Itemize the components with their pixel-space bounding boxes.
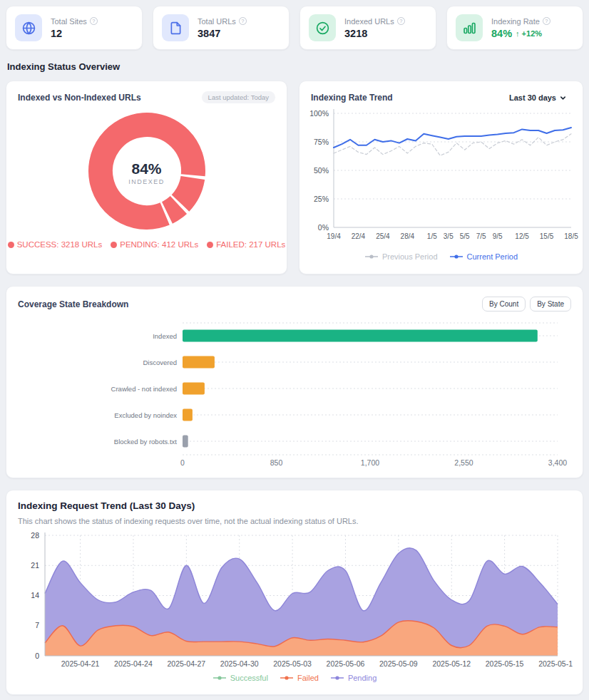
request-trend-chart: 282114702025-04-212025-04-242025-04-2720… — [18, 528, 573, 669]
stat-delta: ↑ +12% — [516, 29, 542, 38]
document-icon — [162, 14, 189, 41]
overview-row: Indexed vs Non-Indexed URLs Last updated… — [6, 81, 583, 274]
donut-slice-failed — [167, 205, 178, 212]
x-tick-label: 2025-05-18 — [538, 659, 573, 668]
stat-value-text: 12 — [51, 28, 62, 39]
card-header: Coverage State Breakdown By CountBy Stat… — [6, 287, 583, 312]
stat-value-text: 3218 — [344, 28, 367, 39]
indexing-rate-trend-card: Indexing Rate Trend Last 30 days 100%75%… — [299, 81, 583, 274]
stat-value: 12 — [51, 28, 98, 39]
legend-line-marker-icon — [364, 253, 379, 260]
x-tick-label: 12/5 — [515, 232, 529, 240]
x-tick-label: 1,700 — [361, 458, 379, 467]
bar-crawled-not-indexed — [183, 383, 205, 395]
stat-label-text: Total Sites — [51, 17, 87, 26]
date-range-label: Last 30 days — [509, 93, 556, 102]
coverage-bar-chart: IndexedDiscoveredCrawled - not indexedEx… — [18, 317, 573, 473]
legend-label: Failed — [297, 674, 319, 682]
stat-label-text: Total URLs — [198, 17, 236, 26]
y-tick-label: 21 — [31, 561, 39, 570]
bar-category-label: Discovered — [143, 359, 177, 366]
stat-body: Indexing Rate?84%↑ +12% — [491, 17, 550, 39]
legend-dot-icon — [8, 242, 14, 248]
rate-trend-legend: Previous PeriodCurrent Period — [299, 252, 583, 261]
x-tick-label: 3,400 — [548, 458, 567, 467]
legend-item: Successful — [212, 674, 268, 682]
x-tick-label: 2025-05-12 — [432, 659, 471, 668]
date-range-dropdown[interactable]: Last 30 days — [505, 91, 571, 104]
help-icon[interactable]: ? — [239, 17, 247, 25]
card-title: Indexing Request Trend (Last 30 Days) — [18, 500, 571, 511]
x-tick-label: 2025-05-06 — [327, 659, 365, 668]
bar-excluded-by-noindex — [183, 409, 193, 421]
bar-category-label: Excluded by noindex — [114, 411, 177, 419]
legend-label: Previous Period — [382, 252, 438, 261]
x-tick-label: 25/4 — [376, 232, 390, 240]
legend-item: Current Period — [449, 252, 518, 261]
legend-item: PENDING: 412 URLs — [111, 240, 198, 249]
request-trend-legend: SuccessfulFailedPending — [18, 674, 571, 682]
toggle-by-count[interactable]: By Count — [482, 297, 526, 312]
legend-dot-icon — [207, 242, 213, 248]
last-updated-badge: Last updated: Today — [202, 91, 275, 103]
check-circle-icon — [309, 14, 336, 41]
legend-item: FAILED: 217 URLs — [207, 240, 285, 249]
help-icon[interactable]: ? — [90, 17, 98, 25]
line-series-previous-period — [334, 134, 571, 155]
coverage-state-breakdown-card: Coverage State Breakdown By CountBy Stat… — [6, 286, 583, 478]
x-tick-label: 19/4 — [327, 232, 341, 240]
legend-label: PENDING: 412 URLs — [120, 240, 198, 249]
indexing-dashboard: Total Sites?12Total URLs?3847Indexed URL… — [0, 0, 589, 700]
donut-legend: SUCCESS: 3218 URLsPENDING: 412 URLsFAILE… — [6, 240, 287, 249]
stat-body: Total URLs?3847 — [198, 17, 247, 39]
bar-blocked-by-robots-txt — [183, 436, 188, 448]
y-tick-label: 50% — [314, 166, 329, 175]
chevron-down-icon — [559, 94, 567, 102]
stat-value: 3847 — [198, 28, 247, 39]
rate-trend-chart: 100%75%50%25%0%19/422/425/428/41/53/55/5… — [299, 104, 583, 248]
x-tick-label: 2025-05-09 — [379, 659, 418, 668]
donut-chart: 84% INDEXED — [86, 110, 208, 235]
x-tick-label: 9/5 — [493, 232, 503, 240]
legend-label: Successful — [230, 674, 268, 682]
legend-line-marker-icon — [449, 253, 463, 260]
x-tick-label: 2025-04-24 — [114, 659, 153, 668]
x-tick-label: 15/5 — [540, 232, 554, 240]
card-title: Indexing Rate Trend — [311, 93, 393, 103]
legend-item: Pending — [330, 674, 377, 682]
x-tick-label: 28/4 — [401, 232, 415, 240]
card-title: Indexed vs Non-Indexed URLs — [18, 93, 141, 103]
y-tick-label: 25% — [314, 195, 329, 203]
stat-card-indexing-rate: Indexing Rate?84%↑ +12% — [446, 6, 583, 50]
x-tick-label: 22/4 — [352, 232, 366, 240]
x-tick-label: 2025-04-21 — [61, 659, 100, 668]
toggle-by-state[interactable]: By State — [530, 297, 571, 312]
stat-label: Total Sites? — [51, 17, 98, 26]
x-tick-label: 2025-05-03 — [273, 659, 312, 668]
legend-item: SUCCESS: 3218 URLs — [8, 240, 103, 249]
legend-line-marker-icon — [280, 674, 294, 681]
card-header: Indexed vs Non-Indexed URLs Last updated… — [6, 81, 287, 103]
x-tick-label: 2025-04-30 — [220, 659, 259, 668]
y-tick-label: 0 — [35, 652, 39, 660]
stat-body: Indexed URLs?3218 — [344, 17, 405, 39]
y-tick-label: 7 — [35, 621, 39, 629]
donut-slice-pending — [180, 177, 193, 202]
legend-label: SUCCESS: 3218 URLs — [17, 240, 103, 249]
legend-label: Pending — [348, 674, 377, 682]
x-tick-label: 1/5 — [427, 232, 437, 240]
bar-indexed — [183, 330, 538, 342]
card-subtitle: This chart shows the status of indexing … — [18, 517, 571, 525]
x-tick-label: 2025-05-15 — [486, 659, 524, 668]
help-icon[interactable]: ? — [543, 17, 550, 25]
stat-card-total-urls: Total URLs?3847 — [153, 6, 290, 50]
indexed-vs-nonindexed-card: Indexed vs Non-Indexed URLs Last updated… — [6, 81, 287, 274]
bar-category-label: Indexed — [153, 332, 177, 340]
stat-label: Indexing Rate? — [491, 17, 550, 26]
stat-value-text: 3847 — [198, 28, 220, 39]
help-icon[interactable]: ? — [397, 17, 405, 25]
bar-category-label: Blocked by robots.txt — [114, 438, 178, 446]
legend-line-marker-icon — [330, 674, 344, 681]
x-tick-label: 2025-04-27 — [167, 659, 205, 668]
x-tick-label: 2,550 — [454, 458, 473, 467]
